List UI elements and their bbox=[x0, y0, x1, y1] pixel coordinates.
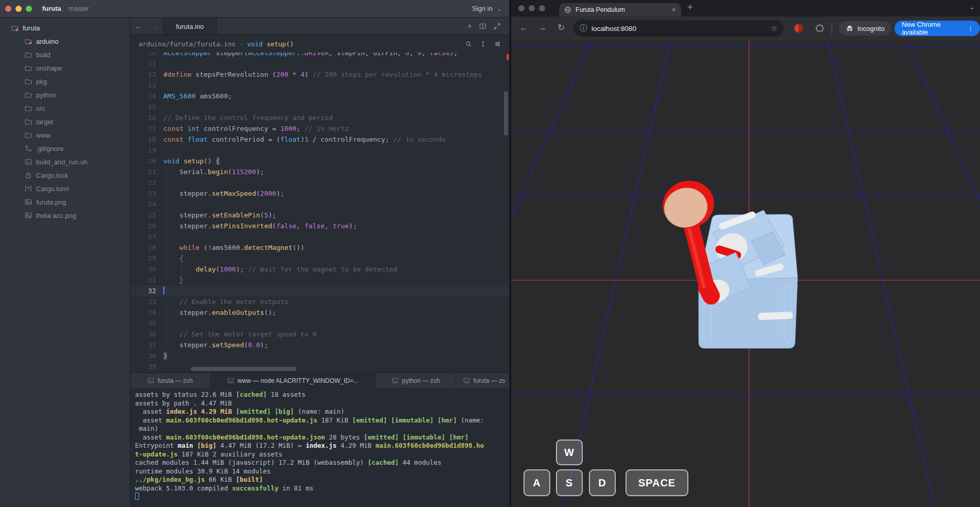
expand-icon[interactable] bbox=[494, 23, 501, 30]
incognito-badge: Incognito bbox=[839, 21, 891, 36]
settings-sliders-icon[interactable] bbox=[494, 41, 501, 47]
key-space[interactable]: SPACE bbox=[626, 469, 688, 496]
code-line-13[interactable]: 13 bbox=[130, 80, 509, 91]
forward-icon[interactable]: → bbox=[151, 22, 158, 30]
vertical-scrollbar[interactable] bbox=[504, 91, 508, 136]
tree-item-python[interactable]: python bbox=[0, 88, 130, 102]
breadcrumb[interactable]: arduino/furuta/furuta.ino › void setup() bbox=[130, 36, 509, 53]
code-line-39[interactable]: 39 bbox=[130, 361, 509, 372]
tree-item-src[interactable]: src bbox=[0, 102, 130, 115]
tree-item-label: python bbox=[36, 91, 56, 99]
code-line-25[interactable]: 25 stepper.setEnablePin(5); bbox=[130, 210, 509, 221]
terminal-output[interactable]: assets by status 22.6 MiB [cached] 18 as… bbox=[130, 388, 509, 507]
code-line-22[interactable]: 22 bbox=[130, 177, 509, 188]
code-line-11[interactable]: 11 bbox=[130, 58, 509, 69]
code-line-29[interactable]: 29 { bbox=[130, 253, 509, 264]
close-window-button[interactable] bbox=[5, 6, 11, 12]
zoom-window-button[interactable] bbox=[26, 6, 32, 12]
code-line-15[interactable]: 15 bbox=[130, 102, 509, 112]
new-tab-icon[interactable]: + bbox=[467, 22, 472, 30]
code-line-19[interactable]: 19 bbox=[130, 145, 509, 156]
chrome-update-button[interactable]: New Chrome available ⋮ bbox=[894, 21, 980, 36]
minimize-window-button[interactable] bbox=[529, 5, 535, 11]
git-branch[interactable]: master bbox=[69, 5, 89, 12]
tree-item-onshape[interactable]: onshape bbox=[0, 61, 130, 75]
terminal-tab-0[interactable]: furuta — zsh bbox=[130, 373, 210, 388]
code-line-18[interactable]: 18const float controlPeriod = (float)1 /… bbox=[130, 134, 509, 145]
code-line-26[interactable]: 26 stepper.setPinsInverted(false, false,… bbox=[130, 221, 509, 231]
code-line-31[interactable]: 31 } bbox=[130, 275, 509, 285]
tab-search-chevron-icon[interactable]: ⌄ bbox=[969, 3, 975, 11]
tree-item-target[interactable]: target bbox=[0, 115, 130, 128]
code-line-12[interactable]: 12#define stepsPerRevolution (200 * 4) /… bbox=[130, 69, 509, 80]
code-editor[interactable]: 10AccelStepper stepper(AccelStepper::DRI… bbox=[130, 53, 509, 373]
minimize-window-button[interactable] bbox=[15, 6, 22, 12]
code-line-35[interactable]: 35 bbox=[130, 318, 509, 329]
search-icon[interactable] bbox=[465, 41, 472, 47]
code-line-17[interactable]: 17const int controlFrequency = 1000; // … bbox=[130, 123, 509, 134]
window-controls[interactable] bbox=[5, 6, 32, 12]
bookmark-star-icon[interactable]: ☆ bbox=[771, 24, 778, 33]
browser-tab[interactable]: Furuta Pendulum × bbox=[559, 3, 681, 16]
folder-icon bbox=[25, 131, 32, 139]
code-line-38[interactable]: 38} bbox=[130, 350, 509, 361]
code-line-34[interactable]: 34 stepper.enableOutputs(); bbox=[130, 307, 509, 318]
tree-item-furuta-png[interactable]: furuta.png bbox=[0, 195, 130, 209]
pendulum-3d-scene bbox=[511, 40, 980, 507]
terminal-tab-2[interactable]: python — zsh bbox=[376, 373, 456, 388]
extension-red-icon[interactable] bbox=[793, 23, 804, 33]
code-line-23[interactable]: 23 stepper.setMaxSpeed(2000); bbox=[130, 188, 509, 199]
tree-root-furuta[interactable]: furuta bbox=[0, 21, 130, 35]
code-line-37[interactable]: 37 stepper.setSpeed(0.0); bbox=[130, 340, 509, 350]
text-cursor-icon[interactable] bbox=[480, 41, 486, 47]
pendulum-viewport[interactable]: WASDSPACE bbox=[511, 40, 980, 507]
site-info-icon[interactable]: ⓘ bbox=[580, 24, 587, 33]
tree-item-theta-acc-png[interactable]: theta acc.png bbox=[0, 209, 130, 222]
address-bar[interactable]: ⓘ localhost:8080 ☆ bbox=[573, 20, 784, 37]
terminal-line: assets by path . 4.47 MiB bbox=[135, 399, 507, 408]
key-w[interactable]: W bbox=[556, 440, 583, 465]
tree-item-cargo-lock[interactable]: Cargo.lock bbox=[0, 168, 130, 182]
code-line-16[interactable]: 16// Define the control frequency and pe… bbox=[130, 112, 509, 123]
key-s[interactable]: S bbox=[556, 469, 583, 496]
tree-item-www[interactable]: www bbox=[0, 128, 130, 142]
close-window-button[interactable] bbox=[518, 5, 525, 11]
close-tab-icon[interactable]: × bbox=[672, 6, 676, 14]
tree-item-build-and-run-sh[interactable]: build_and_run.sh bbox=[0, 155, 130, 168]
tab-furuta-ino[interactable]: furuta.ino bbox=[163, 18, 217, 35]
code-line-33[interactable]: 33 // Enable the motor outputs bbox=[130, 296, 509, 307]
tree-item--gitignore[interactable]: .gitignore bbox=[0, 142, 130, 155]
key-d[interactable]: D bbox=[589, 469, 616, 496]
code-line-20[interactable]: 20void setup() { bbox=[130, 156, 509, 166]
tree-item-cargo-toml[interactable]: Cargo.toml bbox=[0, 182, 130, 195]
forward-icon[interactable]: → bbox=[538, 23, 547, 33]
code-line-30[interactable]: 30 delay(1000); // Wait for the magnet t… bbox=[130, 264, 509, 275]
code-line-28[interactable]: 28 while (!ams5600.detectMagnet()) bbox=[130, 242, 509, 253]
menu-dots-icon[interactable]: ⋮ bbox=[967, 25, 974, 32]
editor-main: ← → furuta.ino + arduino/furuta/furuta.i… bbox=[130, 18, 509, 507]
terminal-tab-1[interactable]: www — node ALACRITTY_WINDOW_ID=... bbox=[210, 373, 376, 388]
horizontal-scrollbar[interactable] bbox=[191, 367, 296, 371]
code-line-27[interactable]: 27 bbox=[130, 231, 509, 242]
tree-item-build[interactable]: build bbox=[0, 48, 130, 61]
code-line-36[interactable]: 36 // Set the motor target speed to 0 bbox=[130, 329, 509, 340]
browser-window-controls[interactable] bbox=[518, 5, 545, 11]
code-line-32[interactable]: 32 bbox=[130, 285, 509, 296]
code-line-14[interactable]: 14AMS_5600 ams5600; bbox=[130, 91, 509, 102]
key-a[interactable]: A bbox=[523, 469, 550, 496]
code-line-24[interactable]: 24 bbox=[130, 199, 509, 210]
split-pane-icon[interactable] bbox=[479, 23, 486, 30]
new-tab-button[interactable]: + bbox=[687, 2, 693, 13]
code-line-21[interactable]: 21 Serial.begin(115200); bbox=[130, 166, 509, 177]
zoom-window-button[interactable] bbox=[539, 5, 545, 11]
extensions-puzzle-icon[interactable] bbox=[814, 23, 824, 33]
terminal-tab-3[interactable]: furuta — zs bbox=[456, 373, 509, 388]
tree-item-pkg[interactable]: pkg bbox=[0, 75, 130, 88]
tree-item-arduino[interactable]: arduino bbox=[0, 35, 130, 48]
code-line-10[interactable]: 10AccelStepper stepper(AccelStepper::DRI… bbox=[130, 53, 509, 58]
back-icon[interactable]: ← bbox=[519, 23, 528, 33]
url-text[interactable]: localhost:8080 bbox=[592, 25, 636, 32]
back-icon[interactable]: ← bbox=[136, 22, 143, 30]
sign-in-button[interactable]: Sign in ⌄ bbox=[472, 5, 502, 12]
reload-icon[interactable]: ↻ bbox=[557, 23, 565, 33]
